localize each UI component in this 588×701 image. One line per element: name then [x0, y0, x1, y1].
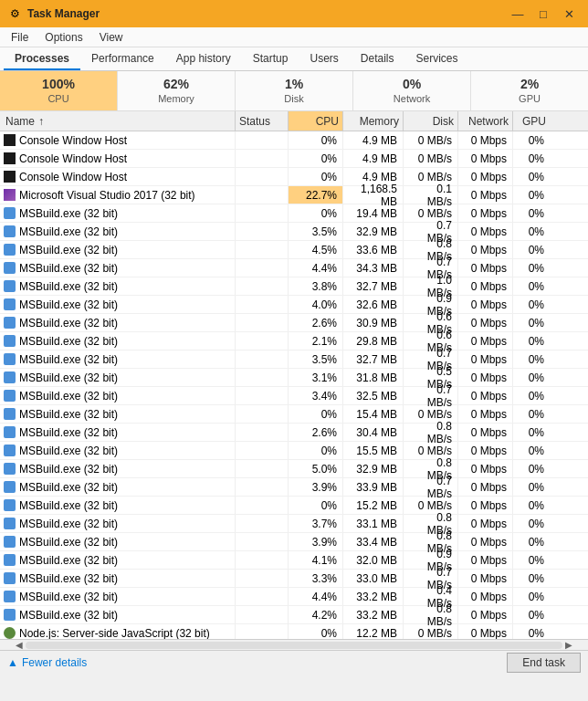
menu-view[interactable]: View — [92, 29, 131, 46]
process-name: MSBuild.exe (32 bit) — [19, 353, 118, 366]
process-icon — [4, 554, 16, 566]
table-row[interactable]: MSBuild.exe (32 bit) 4.1% 32.0 MB 0.9 MB… — [0, 551, 588, 570]
menu-options[interactable]: Options — [37, 29, 89, 46]
h-scrollbar-track[interactable] — [26, 642, 562, 649]
perf-network-label: Network — [394, 92, 430, 105]
process-name: MSBuild.exe (32 bit) — [19, 591, 118, 603]
perf-disk[interactable]: 1% Disk — [236, 71, 353, 110]
maximize-button[interactable]: □ — [531, 5, 555, 23]
table-row[interactable]: MSBuild.exe (32 bit) 3.1% 31.8 MB 0.5 MB… — [0, 369, 588, 387]
close-button[interactable]: ✕ — [557, 5, 581, 23]
col-header-cpu[interactable]: CPU — [289, 111, 343, 131]
table-row[interactable]: MSBuild.exe (32 bit) 4.5% 33.6 MB 0.8 MB… — [0, 241, 588, 259]
table-row[interactable]: MSBuild.exe (32 bit) 0% 15.2 MB 0 MB/s 0… — [0, 497, 588, 515]
table-row[interactable]: MSBuild.exe (32 bit) 3.3% 33.0 MB 0.7 MB… — [0, 570, 588, 588]
cell-name: MSBuild.exe (32 bit) — [0, 387, 236, 404]
table-row[interactable]: MSBuild.exe (32 bit) 4.4% 33.2 MB 0.4 MB… — [0, 588, 588, 606]
table-row[interactable]: MSBuild.exe (32 bit) 4.4% 34.3 MB 0.7 MB… — [0, 259, 588, 277]
table-row[interactable]: Microsoft Visual Studio 2017 (32 bit) 22… — [0, 186, 588, 204]
cell-memory: 31.8 MB — [343, 369, 404, 386]
col-header-disk[interactable]: Disk — [404, 111, 458, 131]
table-row[interactable]: MSBuild.exe (32 bit) 0% 15.5 MB 0 MB/s 0… — [0, 442, 588, 460]
cell-memory: 32.7 MB — [343, 350, 404, 368]
col-header-name[interactable]: Name ↑ — [0, 111, 236, 131]
minimize-button[interactable]: — — [506, 5, 530, 23]
process-name: MSBuild.exe (32 bit) — [19, 445, 118, 457]
cell-name: MSBuild.exe (32 bit) — [0, 515, 236, 532]
table-row[interactable]: Console Window Host 0% 4.9 MB 0 MB/s 0 M… — [0, 168, 588, 186]
table-row[interactable]: Node.js: Server-side JavaScript (32 bit)… — [0, 624, 588, 639]
scroll-left-icon[interactable]: ◀ — [13, 640, 26, 650]
process-name: MSBuild.exe (32 bit) — [19, 518, 118, 530]
table-row[interactable]: MSBuild.exe (32 bit) 2.6% 30.4 MB 0.8 MB… — [0, 424, 588, 442]
table-row[interactable]: MSBuild.exe (32 bit) 0% 19.4 MB 0 MB/s 0… — [0, 204, 588, 223]
cell-network: 0 Mbps — [458, 150, 513, 167]
process-icon — [4, 335, 16, 347]
table-row[interactable]: MSBuild.exe (32 bit) 5.0% 32.9 MB 0.8 MB… — [0, 460, 588, 478]
cell-network: 0 Mbps — [458, 588, 513, 605]
process-name: Microsoft Visual Studio 2017 (32 bit) — [19, 189, 195, 202]
table-row[interactable]: MSBuild.exe (32 bit) 3.7% 33.1 MB 0.8 MB… — [0, 515, 588, 533]
cell-disk: 0.7 MB/s — [404, 387, 458, 404]
process-name: MSBuild.exe (32 bit) — [19, 554, 118, 567]
cell-status — [236, 570, 289, 587]
process-list[interactable]: Console Window Host 0% 4.9 MB 0 MB/s 0 M… — [0, 131, 588, 639]
table-row[interactable]: MSBuild.exe (32 bit) 0% 15.4 MB 0 MB/s 0… — [0, 405, 588, 424]
process-icon — [4, 134, 16, 146]
table-row[interactable]: Console Window Host 0% 4.9 MB 0 MB/s 0 M… — [0, 150, 588, 168]
process-icon — [4, 445, 16, 456]
table-row[interactable]: Console Window Host 0% 4.9 MB 0 MB/s 0 M… — [0, 131, 588, 150]
cell-network: 0 Mbps — [458, 259, 513, 277]
table-row[interactable]: MSBuild.exe (32 bit) 3.8% 32.7 MB 1.0 MB… — [0, 277, 588, 296]
table-row[interactable]: MSBuild.exe (32 bit) 4.2% 33.2 MB 0.8 MB… — [0, 606, 588, 624]
col-header-network[interactable]: Network — [458, 111, 513, 131]
cell-gpu: 0% — [513, 387, 550, 404]
perf-memory-label: Memory — [158, 92, 194, 105]
cell-network: 0 Mbps — [458, 497, 513, 514]
process-name: Node.js: Server-side JavaScript (32 bit) — [19, 627, 210, 640]
cell-network: 0 Mbps — [458, 570, 513, 587]
table-row[interactable]: MSBuild.exe (32 bit) 3.5% 32.7 MB 0.7 MB… — [0, 350, 588, 369]
tab-performance[interactable]: Performance — [80, 47, 165, 70]
scroll-right-icon[interactable]: ▶ — [562, 640, 575, 650]
end-task-button[interactable]: End task — [507, 653, 581, 673]
tab-services[interactable]: Services — [405, 47, 469, 70]
fewer-details-label: Fewer details — [22, 656, 87, 669]
sort-arrow-icon: ↑ — [38, 115, 44, 128]
table-row[interactable]: MSBuild.exe (32 bit) 4.0% 32.6 MB 0.9 MB… — [0, 296, 588, 314]
tab-startup[interactable]: Startup — [242, 47, 299, 70]
cell-memory: 33.2 MB — [343, 588, 404, 605]
cell-gpu: 0% — [513, 551, 550, 569]
col-header-memory[interactable]: Memory — [343, 111, 404, 131]
col-header-gpu[interactable]: GPU — [513, 111, 550, 131]
cell-cpu: 4.5% — [289, 241, 343, 258]
cell-name: MSBuild.exe (32 bit) — [0, 259, 236, 277]
table-row[interactable]: MSBuild.exe (32 bit) 3.9% 33.9 MB 0.7 MB… — [0, 478, 588, 497]
cell-status — [236, 533, 289, 550]
tab-details[interactable]: Details — [350, 47, 405, 70]
table-row[interactable]: MSBuild.exe (32 bit) 3.9% 33.4 MB 0.8 MB… — [0, 533, 588, 551]
fewer-details-button[interactable]: ▲ Fewer details — [7, 656, 87, 669]
cell-network: 0 Mbps — [458, 624, 513, 639]
menu-file[interactable]: File — [4, 29, 36, 46]
tab-users[interactable]: Users — [299, 47, 349, 70]
col-header-status[interactable]: Status — [236, 111, 289, 131]
perf-gpu[interactable]: 2% GPU — [471, 71, 588, 110]
tab-app-history[interactable]: App history — [165, 47, 242, 70]
table-row[interactable]: MSBuild.exe (32 bit) 3.5% 32.9 MB 0.7 MB… — [0, 223, 588, 241]
cell-status — [236, 186, 289, 204]
table-row[interactable]: MSBuild.exe (32 bit) 2.6% 30.9 MB 0.6 MB… — [0, 314, 588, 332]
perf-network[interactable]: 0% Network — [353, 71, 471, 110]
cell-network: 0 Mbps — [458, 405, 513, 423]
window-title: Task Manager — [27, 7, 500, 20]
app-icon: ⚙ — [7, 6, 22, 21]
h-scrollbar[interactable]: ◀ ▶ — [0, 639, 588, 650]
process-icon — [4, 499, 16, 511]
perf-cpu[interactable]: 100% CPU — [0, 71, 118, 110]
table-row[interactable]: MSBuild.exe (32 bit) 3.4% 32.5 MB 0.7 MB… — [0, 387, 588, 405]
process-name: MSBuild.exe (32 bit) — [19, 499, 118, 512]
perf-memory[interactable]: 62% Memory — [118, 71, 236, 110]
table-row[interactable]: MSBuild.exe (32 bit) 2.1% 29.8 MB 0.6 MB… — [0, 332, 588, 350]
tab-processes[interactable]: Processes — [4, 47, 80, 70]
cell-status — [236, 606, 289, 623]
